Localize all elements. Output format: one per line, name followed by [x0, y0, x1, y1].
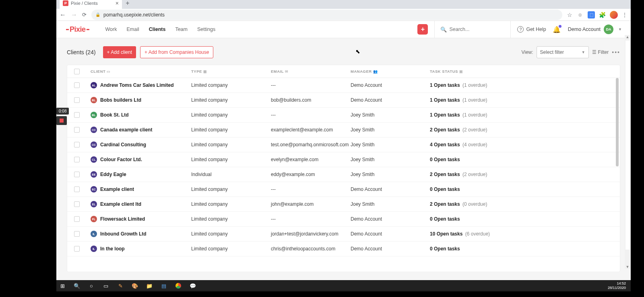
row-checkbox[interactable] [67, 172, 87, 177]
start-button[interactable]: ⊞ [59, 282, 66, 289]
table-row[interactable]: CCCardinal ConsultingLimited companytest… [67, 137, 620, 152]
table-row[interactable]: ALAndrew Toms Car Sales LimitedLimited c… [67, 78, 620, 93]
app-viewport: Pixie Work Email Clients Team Settings +… [56, 21, 631, 280]
add-client-button[interactable]: + Add client [103, 46, 136, 58]
col-task-status[interactable]: TASK STATUS▣ [426, 69, 620, 74]
browser-tab-active[interactable]: P Pixie / Clients × [60, 0, 122, 9]
table-row[interactable]: BLBook St. LtdLimited company---Joey Smi… [67, 108, 620, 123]
client-name[interactable]: In the loop [100, 246, 125, 252]
extension-icon-2[interactable]: ⬚ [588, 11, 595, 18]
file-explorer-icon[interactable]: 📁 [146, 282, 153, 289]
client-name[interactable]: Book St. Ltd [100, 112, 129, 118]
taskbar-app-4[interactable]: 💬 [189, 282, 196, 289]
browser-toolbar-icons: ☆ ◎ ⬚ 🧩 ⋮ [567, 11, 627, 19]
client-name[interactable]: Cardinal Consulting [100, 142, 146, 147]
reload-button[interactable]: ⟳ [82, 12, 87, 18]
add-from-companies-house-button[interactable]: + Add from Companies House [140, 46, 213, 58]
back-button[interactable]: ← [60, 11, 66, 18]
email-cell: evelyn@example.com [267, 157, 347, 162]
table-row[interactable]: ELExample client ltdLimited companyjohn@… [67, 197, 620, 212]
client-name[interactable]: Bobs builders Ltd [100, 97, 141, 103]
row-checkbox[interactable] [67, 246, 87, 252]
row-checkbox[interactable] [67, 201, 87, 207]
global-add-button[interactable]: + [417, 24, 428, 35]
cortana-icon[interactable]: ○ [88, 282, 95, 289]
table-row[interactable]: EEEddy EagleIndividualeddy@example.comJo… [67, 167, 620, 182]
table-row[interactable]: BLBobs builders LtdLimited companybob@bu… [67, 93, 620, 108]
favorite-icon[interactable]: ☆ [567, 12, 572, 18]
manager-cell: Demo Account [347, 186, 426, 192]
table-row[interactable]: CCCanada example clientLimited companyex… [67, 123, 620, 137]
row-checkbox[interactable] [67, 157, 87, 162]
scroll-down-icon[interactable]: ▼ [626, 265, 630, 269]
taskbar-app-1[interactable]: ✎ [117, 282, 124, 289]
search-input[interactable] [449, 27, 512, 32]
nav-work[interactable]: Work [101, 27, 122, 32]
row-checkbox[interactable] [67, 112, 87, 118]
row-checkbox[interactable] [67, 186, 87, 192]
col-email[interactable]: EMAIL✉ [267, 69, 347, 74]
col-type[interactable]: TYPE▦ [187, 69, 267, 74]
page-scrollbar[interactable]: ▲ ▼ [625, 35, 630, 269]
task-view-icon[interactable]: ▭ [102, 282, 109, 289]
taskbar-app-3[interactable]: ▤ [160, 282, 167, 289]
client-avatar: EC [91, 186, 97, 193]
client-avatar: BL [91, 97, 97, 103]
table-row[interactable]: ILIn the loopLimited companychris@inthel… [67, 242, 620, 256]
extensions-menu-icon[interactable]: 🧩 [599, 12, 606, 18]
client-name[interactable]: Andrew Toms Car Sales Limited [100, 82, 174, 88]
col-manager[interactable]: MANAGER👥 [347, 69, 426, 74]
select-all-checkbox[interactable] [67, 69, 87, 74]
table-row[interactable]: CLColour Factor Ltd.Limited companyevely… [67, 152, 620, 167]
chrome-taskbar-icon[interactable] [175, 282, 182, 289]
taskbar-search[interactable]: 🔍 [73, 282, 80, 289]
taskbar-app-2[interactable]: 🎨 [131, 282, 138, 289]
client-name[interactable]: Inbound Growth Ltd [100, 231, 147, 237]
nav-email[interactable]: Email [122, 27, 144, 32]
new-tab-button[interactable]: + [122, 0, 133, 9]
row-checkbox[interactable] [67, 142, 87, 147]
client-name[interactable]: Example client ltd [100, 201, 141, 207]
col-client[interactable]: CLIENT▭ [87, 69, 187, 74]
notifications-button[interactable]: 🔔 [553, 26, 561, 33]
table-row[interactable]: ILInbound Growth LtdLimited companyjorda… [67, 227, 620, 242]
row-checkbox[interactable] [67, 127, 87, 133]
more-menu-button[interactable]: ••• [612, 49, 620, 55]
taskbar-clock[interactable]: 14:52 28/11/2020 [608, 281, 628, 290]
windows-taskbar: ⊞ 🔍 ○ ▭ ✎ 🎨 📁 ▤ 💬 14:52 28/11/2020 [56, 280, 631, 291]
chrome-menu-icon[interactable]: ⋮ [622, 12, 627, 18]
row-checkbox[interactable] [67, 97, 87, 103]
tab-close-icon[interactable]: × [116, 0, 119, 6]
extension-icon-1[interactable]: ◎ [576, 11, 584, 18]
row-checkbox[interactable] [67, 216, 87, 222]
status-cell: 0 Open tasks [426, 246, 620, 252]
client-name[interactable]: Eddy Eagle [100, 172, 126, 177]
nav-team[interactable]: Team [170, 27, 192, 32]
manager-cell: Demo Account [347, 231, 426, 237]
app-logo[interactable]: Pixie [65, 25, 90, 34]
table-row[interactable]: FLFlowersack LimitedLimited company---De… [67, 212, 620, 227]
forward-button[interactable]: → [71, 11, 77, 18]
scroll-up-icon[interactable]: ▲ [626, 35, 630, 39]
tab-favicon-icon: P [63, 0, 68, 6]
status-cell: 0 Open tasks [426, 216, 620, 222]
client-name[interactable]: Example client [100, 186, 134, 192]
row-checkbox[interactable] [67, 82, 87, 88]
nav-clients[interactable]: Clients [144, 27, 171, 32]
client-name[interactable]: Flowersack Limited [100, 216, 145, 222]
view-filter-select[interactable]: Select filter ▼ [537, 46, 589, 58]
table-scrollbar[interactable] [616, 78, 619, 166]
scrollbar-thumb[interactable] [625, 41, 630, 250]
recorder-stop-button[interactable] [56, 116, 67, 125]
address-bar[interactable]: 🔒 pomarhq.usepixie.net/clients [91, 10, 562, 20]
client-name[interactable]: Colour Factor Ltd. [100, 157, 142, 162]
table-row[interactable]: ECExample clientLimited company---Demo A… [67, 182, 620, 197]
client-name[interactable]: Canada example client [100, 127, 152, 133]
profile-icon[interactable] [610, 11, 618, 19]
get-help-button[interactable]: ? Get Help [517, 26, 546, 33]
search-container[interactable]: 🔍 [434, 21, 511, 38]
nav-settings[interactable]: Settings [192, 27, 220, 32]
account-menu[interactable]: Demo Account DA ▼ [568, 25, 622, 34]
filter-button[interactable]: ☰ Filter [592, 49, 609, 55]
row-checkbox[interactable] [67, 231, 87, 237]
